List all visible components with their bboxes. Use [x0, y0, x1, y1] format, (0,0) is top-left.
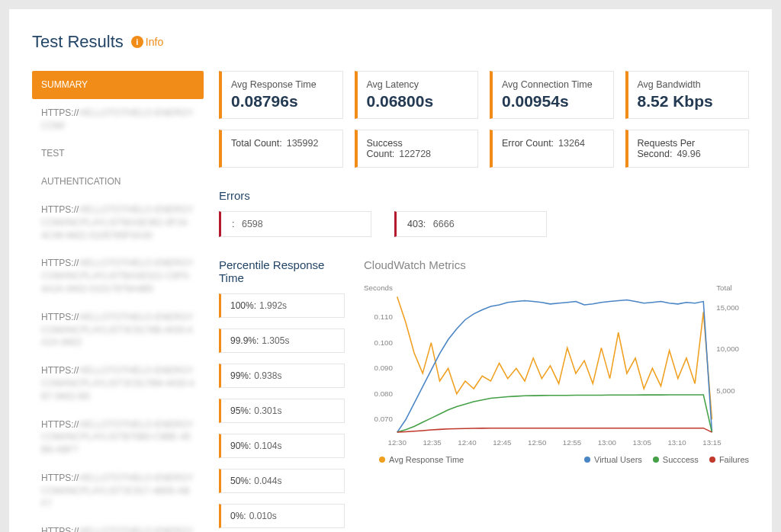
errors-title: Errors [219, 189, 749, 202]
svg-text:0.070: 0.070 [374, 415, 394, 423]
svg-text:5,000: 5,000 [716, 386, 735, 395]
info-label: Info [146, 36, 163, 48]
chart-column: CloudWatch Metrics 0.0700.0800.0900.1000… [364, 258, 749, 532]
chart-title: CloudWatch Metrics [364, 258, 749, 271]
sidebar-item-8[interactable]: HTTPS://HELLOTOTHELO-ENERGYCOM/INCPLAYLI… [32, 411, 204, 464]
legend-failures: Failures [709, 455, 749, 464]
legend-virtual-users: Virtual Users [584, 455, 642, 464]
error-box-0: : 6598 [219, 211, 371, 237]
kpi-value: 0.06800s [367, 92, 469, 111]
pctile-4: 90%:0.104s [219, 434, 345, 458]
sidebar-item-7[interactable]: HTTPS://HELLOTOTHELO-ENERGYCOM/INCPLAYLI… [32, 357, 204, 410]
svg-text:13:00: 13:00 [598, 438, 617, 447]
sidebar-item-1[interactable]: HTTPS://HELLOTOTHELO-ENERGYCOM/ [32, 99, 204, 140]
svg-text:0.090: 0.090 [374, 364, 394, 372]
svg-text:13:15: 13:15 [702, 438, 721, 447]
sidebar-item-2[interactable]: TEST [32, 139, 204, 168]
svg-text:12:30: 12:30 [388, 438, 407, 447]
kpi-value: 0.00954s [502, 92, 604, 111]
kpi-3: Avg Bandwidth8.52 Kbps [625, 71, 750, 119]
chart-svg: 0.0700.0800.0900.1000.1105,00010,00015,0… [364, 280, 749, 450]
series-avg-response-time [397, 296, 712, 419]
pctile-5: 50%:0.044s [219, 469, 345, 493]
main-content: Avg Response Time0.08796sAvg Latency0.06… [219, 71, 749, 532]
kpi-label: Avg Bandwidth [638, 79, 740, 90]
count-0: Total Count:135992 [219, 130, 343, 168]
svg-text:0.100: 0.100 [374, 338, 394, 347]
pctile-3: 95%:0.301s [219, 399, 345, 423]
kpi-label: Avg Connection Time [502, 79, 604, 90]
sidebar-item-10[interactable]: HTTPS://HELLOTOTHELO-ENERGYCOM/INCPLAYLI… [32, 518, 204, 532]
count-row: Total Count:135992Success Count:122728Er… [219, 130, 749, 168]
svg-text:13:05: 13:05 [633, 438, 651, 447]
info-link[interactable]: i Info [131, 36, 163, 48]
pctile-2: 99%:0.938s [219, 364, 345, 388]
percentile-list: 100%:1.992s99.9%:1.305s99%:0.938s95%:0.3… [219, 293, 345, 528]
svg-text:12:40: 12:40 [458, 438, 477, 447]
svg-text:0.080: 0.080 [374, 389, 394, 398]
page-title: Test Results [32, 32, 124, 52]
sidebar-item-9[interactable]: HTTPS://HELLOTOTHELO-ENERGYCOM/INCPLAYLI… [32, 464, 204, 518]
count-1: Success Count:122728 [355, 130, 479, 168]
sidebar: SUMMARYHTTPS://HELLOTOTHELO-ENERGYCOM/TE… [32, 71, 204, 532]
sidebar-item-0[interactable]: SUMMARY [32, 71, 204, 99]
cloudwatch-chart: 0.0700.0800.0900.1000.1105,00010,00015,0… [364, 280, 749, 450]
pctile-6: 0%:0.010s [219, 504, 345, 528]
kpi-value: 8.52 Kbps [638, 92, 740, 111]
percentile-column: Percentile Response Time 100%:1.992s99.9… [219, 258, 345, 532]
sidebar-item-4[interactable]: HTTPS://HELLOTOTHELO-ENERGYCOM/INCPLAYLI… [32, 196, 204, 249]
pctile-0: 100%:1.992s [219, 293, 345, 318]
kpi-value: 0.08796s [231, 92, 333, 111]
test-results-page: Test Results i Info SUMMARYHTTPS://HELLO… [9, 9, 772, 532]
sidebar-item-6[interactable]: HTTPS://HELLOTOTHELO-ENERGYCOM/INCPLAYLI… [32, 303, 204, 357]
svg-text:Seconds: Seconds [364, 284, 393, 292]
svg-text:10,000: 10,000 [716, 345, 739, 353]
legend-success: Succcess [653, 455, 699, 464]
error-box-1: 403: 6666 [394, 211, 547, 237]
svg-text:0.110: 0.110 [374, 312, 394, 321]
chart-legend: Avg Response Time Virtual Users Succcess… [364, 455, 749, 464]
svg-text:13:10: 13:10 [667, 438, 686, 447]
sidebar-item-5[interactable]: HTTPS://HELLOTOTHELO-ENERGYCOM/INCPLAYLI… [32, 249, 204, 303]
kpi-row: Avg Response Time0.08796sAvg Latency0.06… [219, 71, 749, 119]
pctile-1: 99.9%:1.305s [219, 328, 345, 353]
percentile-title: Percentile Response Time [219, 258, 345, 284]
svg-text:12:35: 12:35 [423, 438, 441, 447]
count-3: Requests Per Second:49.96 [625, 130, 750, 168]
series-failures [397, 428, 712, 432]
info-icon: i [131, 36, 143, 48]
sidebar-item-3[interactable]: AUTHENTICATION [32, 168, 204, 196]
kpi-label: Avg Response Time [231, 79, 333, 90]
layout: SUMMARYHTTPS://HELLOTOTHELO-ENERGYCOM/TE… [32, 71, 749, 532]
svg-text:12:55: 12:55 [563, 438, 581, 447]
kpi-1: Avg Latency0.06800s [355, 71, 479, 119]
svg-text:15,000: 15,000 [716, 303, 739, 312]
lower-row: Percentile Response Time 100%:1.992s99.9… [219, 258, 749, 532]
svg-text:Total: Total [716, 284, 732, 292]
count-2: Error Count:13264 [490, 130, 614, 168]
kpi-label: Avg Latency [367, 79, 469, 90]
errors-row: : 6598403: 6666 [219, 211, 749, 237]
series-succcess [397, 395, 712, 432]
legend-avg-response: Avg Response Time [379, 455, 464, 464]
kpi-0: Avg Response Time0.08796s [219, 71, 343, 119]
svg-text:12:50: 12:50 [528, 438, 547, 447]
svg-text:12:45: 12:45 [493, 438, 511, 447]
title-row: Test Results i Info [32, 32, 749, 52]
kpi-2: Avg Connection Time0.00954s [490, 71, 614, 119]
